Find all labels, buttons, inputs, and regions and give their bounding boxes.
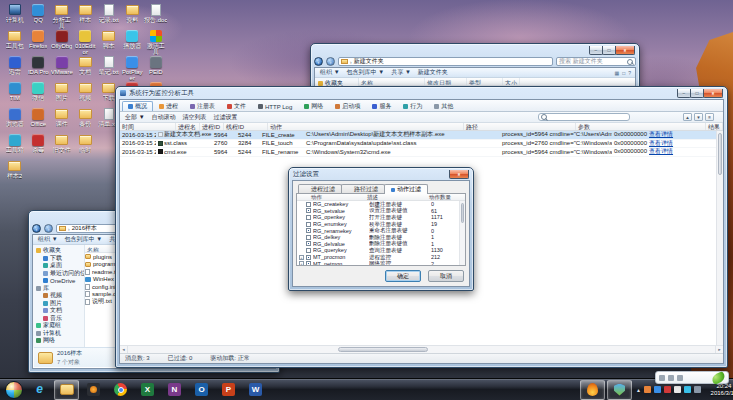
desktop-icon[interactable]: 浏览器 xyxy=(3,107,27,133)
column-header[interactable]: 修改日期 xyxy=(425,78,467,85)
toolbar-item[interactable]: 全部 ▼ xyxy=(125,113,145,122)
details-link[interactable]: 查看详情 xyxy=(649,140,673,146)
table-column-header[interactable]: 进程ID xyxy=(200,123,224,130)
view-toggle-button[interactable]: ≡ xyxy=(705,113,714,121)
view-toggle-button[interactable]: ▲ xyxy=(683,113,692,121)
forward-button[interactable]: › xyxy=(44,224,53,233)
column-header[interactable]: 大小 xyxy=(503,78,520,85)
nav-item[interactable]: 下载 xyxy=(33,255,84,263)
taskbar-pinned-app[interactable]: P xyxy=(216,380,241,400)
taskbar-running-app[interactable] xyxy=(580,380,605,400)
desktop-icon[interactable]: 临时 xyxy=(74,133,98,159)
desktop-icon[interactable]: 视频 xyxy=(74,81,98,107)
expand-icon[interactable]: + xyxy=(299,261,304,266)
breadcrumb-segment[interactable]: 2016样本 xyxy=(72,224,97,233)
table-column-header[interactable]: 路径 xyxy=(464,123,576,130)
ok-button[interactable]: 确定 xyxy=(385,270,421,282)
scrollbar-thumb[interactable] xyxy=(461,203,464,223)
tab[interactable]: HTTP Log xyxy=(252,101,298,111)
tab[interactable]: 启动项 xyxy=(329,101,366,111)
tab[interactable]: 服务 xyxy=(366,101,397,111)
minimize-button[interactable]: − xyxy=(677,89,691,98)
desktop-icon[interactable]: Firefox xyxy=(27,29,51,55)
close-button[interactable]: × xyxy=(703,89,723,98)
nav-item[interactable]: 计算机 xyxy=(33,330,84,338)
tray-icon[interactable] xyxy=(684,386,691,393)
tray-icon[interactable] xyxy=(664,386,671,393)
tray-icon[interactable] xyxy=(654,386,661,393)
vertical-scrollbar[interactable] xyxy=(716,131,723,345)
table-column-header[interactable]: 参数 xyxy=(576,123,706,130)
desktop-icon[interactable]: 激活工具 xyxy=(144,29,168,55)
taskbar-pinned-app[interactable]: e xyxy=(27,380,52,400)
desktop-icon[interactable]: 课件 xyxy=(50,107,74,133)
view-button-icon[interactable]: ▦ xyxy=(614,70,619,76)
taskbar-pinned-app[interactable] xyxy=(81,380,106,400)
desktop-icon[interactable]: PotPlayer xyxy=(121,55,145,81)
table-column-header[interactable]: 进程名 xyxy=(176,123,200,130)
tab[interactable]: 注册表 xyxy=(184,101,221,111)
details-link[interactable]: 查看详情 xyxy=(649,131,673,137)
desktop-icon[interactable]: PEiD xyxy=(144,55,168,81)
table-column-header[interactable]: 结果 xyxy=(706,123,723,130)
dialog-tab[interactable]: 动作过滤 xyxy=(384,184,428,194)
desktop-icon[interactable]: 脚本 xyxy=(97,29,121,55)
scroll-left-arrow[interactable]: ◄ xyxy=(120,346,128,353)
command-bar-item[interactable]: 包含到库中 ▼ xyxy=(347,68,385,77)
desktop-icon[interactable]: QQ xyxy=(27,3,51,29)
tab[interactable]: 网络 xyxy=(298,101,329,111)
desktop-icon[interactable]: 文档 xyxy=(74,55,98,81)
maximize-button[interactable]: □ xyxy=(602,46,616,55)
column-header[interactable]: 描述 xyxy=(367,194,429,200)
column-header[interactable]: 动作 xyxy=(297,194,367,200)
desktop-icon[interactable]: 010Editor xyxy=(74,29,98,55)
toolbar-item[interactable]: 清空列表 xyxy=(183,113,207,122)
horizontal-scrollbar[interactable]: ◄ ► xyxy=(120,345,723,353)
desktop-icon[interactable]: 计算机 xyxy=(3,3,27,29)
table-column-header[interactable]: 线程ID xyxy=(224,123,268,130)
back-button[interactable]: ‹ xyxy=(314,57,323,66)
desktop-icon[interactable]: 迅雷 xyxy=(3,55,27,81)
table-column-header[interactable]: 时间 xyxy=(120,123,176,130)
nav-item[interactable]: 库 xyxy=(33,285,84,293)
scrollbar-thumb[interactable] xyxy=(338,347,428,352)
titlebar[interactable]: 过滤设置 × xyxy=(289,168,473,180)
nav-item[interactable]: 视频 xyxy=(33,292,84,300)
taskbar-pinned-app[interactable]: N xyxy=(162,380,187,400)
search-input[interactable]: 搜索 新建文件夹 xyxy=(556,57,636,66)
desktop-icon[interactable]: VMware xyxy=(50,55,74,81)
desktop-icon[interactable]: 备份 xyxy=(74,107,98,133)
ime-icon[interactable] xyxy=(659,375,665,381)
desktop-icon[interactable]: 工具箱 xyxy=(3,133,27,159)
table-row[interactable]: 2016-03-15 20:16 cmd.exe 5964 5244 FILE_… xyxy=(120,148,723,157)
close-button[interactable]: × xyxy=(449,170,469,179)
desktop-icon[interactable]: 样本2 xyxy=(3,159,27,185)
column-header[interactable]: 动作数量 xyxy=(429,194,465,200)
desktop-icon[interactable]: 旧文件 xyxy=(50,133,74,159)
checkbox[interactable] xyxy=(306,235,311,240)
ime-toolbar[interactable] xyxy=(655,371,729,384)
checkbox[interactable] xyxy=(306,248,311,253)
ime-leaf-icon[interactable] xyxy=(711,371,726,385)
tab[interactable]: 行为 xyxy=(397,101,428,111)
checkbox[interactable] xyxy=(306,202,311,207)
table-column-header[interactable]: 动作 xyxy=(268,123,464,130)
start-button[interactable] xyxy=(5,381,23,399)
taskbar-pinned-app[interactable]: O xyxy=(189,380,214,400)
vertical-scrollbar[interactable] xyxy=(459,201,465,265)
expand-icon[interactable]: + xyxy=(299,255,304,260)
command-bar-item[interactable]: 新建文件夹 xyxy=(418,68,448,77)
tray-expand-arrow[interactable]: ▲ xyxy=(636,387,641,393)
desktop-icon[interactable]: 记录.txt xyxy=(97,3,121,29)
column-header[interactable]: 名称 xyxy=(359,78,425,85)
command-bar-item[interactable]: 共享 ▼ xyxy=(391,68,411,77)
maximize-button[interactable]: □ xyxy=(690,89,704,98)
taskbar-running-app[interactable] xyxy=(607,380,632,400)
cancel-button[interactable]: 取消 xyxy=(428,270,464,282)
minimize-button[interactable]: − xyxy=(589,46,603,55)
tray-icon[interactable] xyxy=(674,386,681,393)
scrollbar-thumb[interactable] xyxy=(718,133,722,175)
desktop-icon[interactable]: 分析工具 xyxy=(50,3,74,29)
checkbox[interactable] xyxy=(306,228,311,233)
desktop-icon[interactable]: 资料 xyxy=(121,3,145,29)
